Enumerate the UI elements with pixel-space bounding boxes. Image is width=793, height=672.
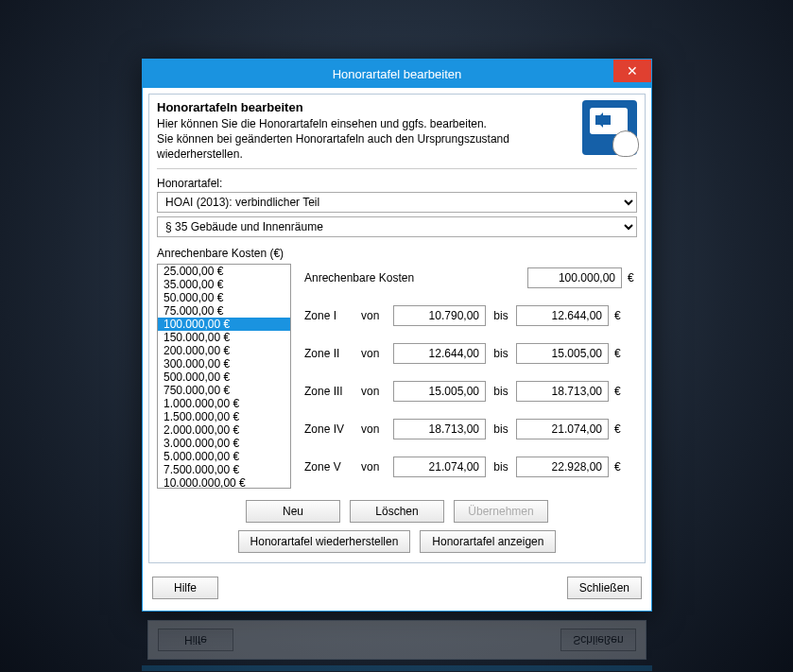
neu-button[interactable]: Neu [246,500,340,523]
card-hand-icon [582,100,637,155]
button-row-1: Neu Löschen Übernehmen [157,500,637,523]
eur-symbol: € [614,385,624,398]
cost-list-item[interactable]: 150.000,00 € [158,331,290,344]
bis-label: bis [491,422,510,436]
dialog-window: Honorartafel bearbeiten ✕ Honorartafeln … [142,59,652,612]
cost-list-item[interactable]: 300.000,00 € [158,357,290,370]
uebernehmen-button[interactable]: Übernehmen [454,500,548,523]
cost-list-item[interactable]: 500.000,00 € [158,370,290,384]
schliessen-button[interactable]: Schließen [567,577,642,599]
eur-symbol: € [628,271,637,284]
cost-list-item[interactable]: 5.000.000,00 € [158,450,290,463]
zone-row: Zone Ivonbis€ [304,305,637,326]
close-icon: ✕ [627,63,638,78]
cost-list-item[interactable]: 100.000,00 € [158,318,290,331]
honorartafel-label: Honorartafel: [157,177,637,190]
zone-label: Zone IV [304,422,355,436]
header-heading: Honorartafeln bearbeiten [157,100,303,114]
zone-bis-input[interactable] [516,343,609,364]
cost-list-item[interactable]: 25.000,00 € [158,265,290,278]
von-label: von [361,309,388,322]
dialog-body: Honorartafeln bearbeiten Hier können Sie… [148,94,646,563]
dialog-footer: Hilfe Schließen [143,569,651,611]
anrechenbare-kosten-input[interactable] [527,267,622,288]
eur-symbol: € [614,422,624,436]
honorartafel-select-2[interactable]: § 35 Gebäude und Innenräume [157,216,637,237]
cost-list-item[interactable]: 750.000,00 € [158,384,290,397]
cost-listbox[interactable]: 25.000,00 €35.000,00 €50.000,00 €75.000,… [157,264,291,489]
von-label: von [361,460,388,474]
bis-label: bis [491,460,510,474]
bis-label: bis [491,309,510,322]
anrechenbare-kosten-label: Anrechenbare Kosten [304,271,522,284]
cost-list-item[interactable]: 7.500.000,00 € [158,463,290,476]
zone-row: Zone IIIvonbis€ [304,381,637,402]
cost-list-item[interactable]: 35.000,00 € [158,278,290,291]
zone-row: Zone IIvonbis€ [304,343,637,364]
zone-label: Zone III [304,385,355,398]
eur-symbol: € [614,460,624,474]
anzeigen-button[interactable]: Honorartafel anzeigen [420,530,556,553]
von-label: von [361,385,388,398]
zone-von-input[interactable] [393,457,486,477]
zone-row: Zone IVvonbis€ [304,419,637,439]
titlebar[interactable]: Honorartafel bearbeiten ✕ [143,60,651,88]
zone-bis-input[interactable] [516,419,609,439]
cost-list-item[interactable]: 1.500.000,00 € [158,410,290,423]
cost-list-item[interactable]: 2.000.000,00 € [158,423,290,437]
close-button[interactable]: ✕ [613,60,651,82]
zone-von-input[interactable] [393,419,486,439]
cost-list-item[interactable]: 75.000,00 € [158,304,290,318]
button-row-2: Honorartafel wiederherstellen Honorartaf… [157,530,637,553]
zone-von-input[interactable] [393,305,486,326]
header-description: Hier können Sie die Honorartafeln einseh… [157,116,573,163]
zone-label: Zone V [304,460,355,474]
zone-von-input[interactable] [393,343,486,364]
zone-bis-input[interactable] [516,457,609,477]
form-area: Anrechenbare Kosten € Zone Ivonbis€Zone … [304,264,637,494]
mid-section: 25.000,00 €35.000,00 €50.000,00 €75.000,… [157,264,637,494]
zone-label: Zone II [304,347,355,360]
eur-symbol: € [614,309,624,322]
zone-row: Zone Vvonbis€ [304,457,637,477]
cost-list-item[interactable]: 10.000.000,00 € [158,476,290,489]
zone-bis-input[interactable] [516,381,609,402]
anrechenbare-kosten-row: Anrechenbare Kosten € [304,267,637,288]
header-line1: Hier können Sie die Honorartafeln einseh… [157,117,487,130]
loeschen-button[interactable]: Löschen [350,500,444,523]
von-label: von [361,422,388,436]
cost-list-item[interactable]: 1.000.000,00 € [158,397,290,410]
cost-list-item[interactable]: 200.000,00 € [158,344,290,357]
bis-label: bis [491,385,510,398]
dialog-title: Honorartafel bearbeiten [333,67,462,81]
header-section: Honorartafeln bearbeiten Hier können Sie… [157,100,637,169]
von-label: von [361,347,388,360]
header-line2: Sie können bei geänderten Honorartafeln … [157,132,509,161]
wiederherstellen-button[interactable]: Honorartafel wiederherstellen [238,530,411,553]
cost-list-item[interactable]: 3.000.000,00 € [158,437,290,450]
cost-list-item[interactable]: 50.000,00 € [158,291,290,304]
honorartafel-select-1[interactable]: HOAI (2013): verbindlicher Teil [157,192,637,213]
zone-bis-input[interactable] [516,305,609,326]
eur-symbol: € [614,347,624,360]
zone-label: Zone I [304,309,355,322]
hilfe-button[interactable]: Hilfe [152,577,218,599]
zone-von-input[interactable] [393,381,486,402]
cost-list-label: Anrechenbare Kosten (€) [157,247,637,260]
header-text: Honorartafeln bearbeiten Hier können Sie… [157,100,573,163]
bis-label: bis [491,347,510,360]
